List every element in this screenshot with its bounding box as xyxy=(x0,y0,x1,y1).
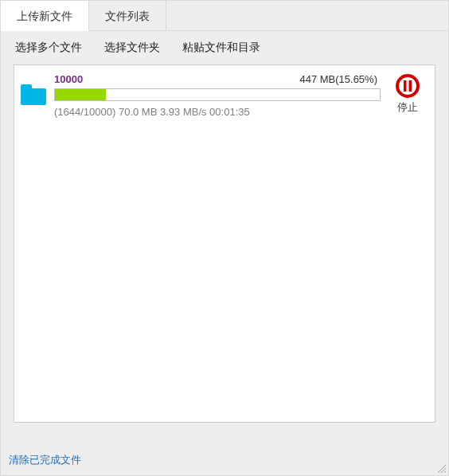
select-folder-button[interactable]: 选择文件夹 xyxy=(104,41,160,55)
stop-column: 停止 xyxy=(387,73,428,115)
progress-fill xyxy=(55,89,106,100)
upload-main: 10000 447 MB(15.65%) (1644/10000) 70.0 M… xyxy=(54,73,381,118)
upload-list: 10000 447 MB(15.65%) (1644/10000) 70.0 M… xyxy=(14,64,435,423)
svg-line-5 xyxy=(444,471,446,473)
upload-name: 10000 xyxy=(54,73,83,85)
paste-files-button[interactable]: 粘贴文件和目录 xyxy=(182,41,260,55)
upload-size: 447 MB(15.65%) xyxy=(299,73,377,85)
pause-button[interactable] xyxy=(395,73,420,99)
resize-grip[interactable] xyxy=(435,462,447,474)
toolbar: 选择多个文件 选择文件夹 粘贴文件和目录 xyxy=(1,31,448,64)
stop-label: 停止 xyxy=(387,100,428,115)
progress-bar xyxy=(54,88,381,101)
upload-window: 上传新文件 文件列表 选择多个文件 选择文件夹 粘贴文件和目录 10000 44… xyxy=(0,0,449,476)
folder-icon xyxy=(21,84,46,105)
upload-header: 10000 447 MB(15.65%) xyxy=(54,73,381,85)
svg-point-0 xyxy=(397,76,418,96)
tab-bar: 上传新文件 文件列表 xyxy=(1,1,448,31)
clear-finished-link[interactable]: 清除已完成文件 xyxy=(9,453,81,467)
tab-file-list[interactable]: 文件列表 xyxy=(89,1,166,30)
svg-rect-1 xyxy=(404,80,407,92)
tab-upload-new[interactable]: 上传新文件 xyxy=(1,1,89,31)
svg-rect-2 xyxy=(409,80,412,92)
select-multiple-files-button[interactable]: 选择多个文件 xyxy=(15,41,82,55)
upload-stats: (1644/10000) 70.0 MB 3.93 MB/s 00:01:35 xyxy=(54,106,381,118)
upload-item: 10000 447 MB(15.65%) (1644/10000) 70.0 M… xyxy=(14,65,435,124)
pause-icon xyxy=(395,73,420,99)
